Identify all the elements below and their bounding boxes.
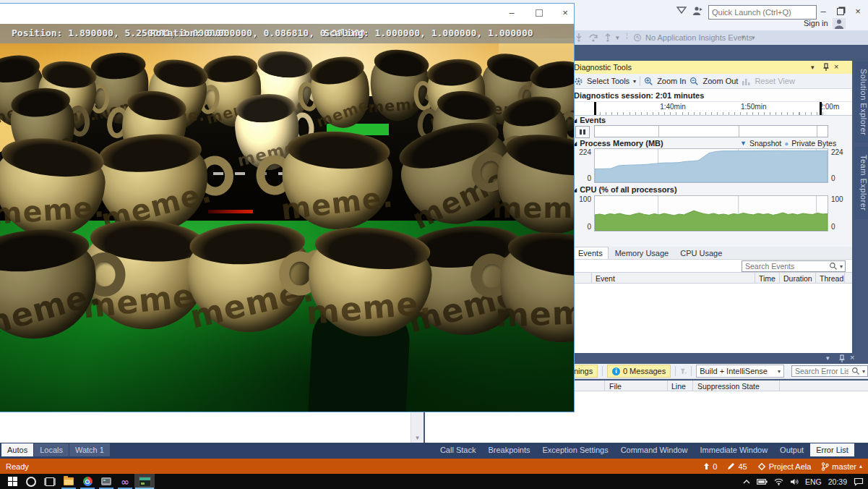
tab-exception-settings[interactable]: Exception Settings <box>537 443 614 456</box>
debug-overlay: Position: 1.890000, 5.250000, 0.000000 R… <box>0 24 574 43</box>
tab-breakpoints[interactable]: Breakpoints <box>482 443 536 456</box>
errorlist-scope-combo[interactable]: Build + IntelliSense▾ <box>696 365 784 378</box>
push-count[interactable]: 0 <box>703 462 717 471</box>
filter-disabled-icon[interactable] <box>680 367 687 376</box>
col-file[interactable]: File <box>609 382 622 391</box>
wifi-icon[interactable] <box>774 478 783 485</box>
close-icon[interactable]: × <box>850 353 854 362</box>
tray-language[interactable]: ENG <box>805 477 822 486</box>
col-time[interactable]: Time <box>759 274 775 283</box>
tray-expand-icon[interactable] <box>743 479 750 484</box>
zoom-out-button[interactable]: Zoom Out <box>702 77 738 85</box>
sign-in-link[interactable]: Sign in <box>804 19 828 27</box>
col-line[interactable]: Line <box>671 382 686 391</box>
start-button[interactable] <box>3 474 22 489</box>
quick-launch-box[interactable] <box>708 5 817 20</box>
tab-command-window[interactable]: Command Window <box>615 443 694 456</box>
tab-call-stack[interactable]: Call Stack <box>434 443 482 456</box>
game-window-taskbar-button[interactable] <box>134 474 155 489</box>
step-out-icon[interactable] <box>603 33 613 42</box>
cpu-section-header[interactable]: ◢ CPU (% of all processors) <box>570 184 852 195</box>
pin-icon[interactable] <box>822 63 830 72</box>
window-position-icon[interactable]: ▾ <box>826 354 830 362</box>
file-explorer-button[interactable] <box>59 474 78 489</box>
game-window: – × meme.meme.meme.meme.meme.meme.meme.m… <box>0 3 575 412</box>
tray-clock[interactable]: 20:39 <box>828 477 847 486</box>
chevron-down-icon[interactable]: ▾ <box>838 263 845 270</box>
col-suppression-state[interactable]: Suppression State <box>697 382 760 391</box>
col-event[interactable]: Event <box>596 274 615 283</box>
vs-restore-button[interactable] <box>833 5 848 18</box>
tab-error-list[interactable]: Error List <box>810 443 854 456</box>
memory-chart[interactable] <box>594 148 828 183</box>
chevron-down-icon[interactable]: ▾ <box>860 368 867 375</box>
tab-output[interactable]: Output <box>774 443 809 456</box>
share-user-icon[interactable] <box>692 6 703 16</box>
events-section-header[interactable]: ◢ Events <box>570 115 852 125</box>
action-center-icon[interactable] <box>854 477 864 486</box>
timeline-selection-marker[interactable] <box>594 102 596 115</box>
pause-button[interactable] <box>575 126 590 138</box>
avatar-icon[interactable] <box>833 18 846 29</box>
task-view-button[interactable] <box>40 474 59 489</box>
timeline-selection-marker[interactable] <box>820 102 822 115</box>
search-events-box[interactable]: ▾ <box>742 260 846 272</box>
tab-locals[interactable]: Locals <box>34 443 69 456</box>
tab-events[interactable]: Events <box>572 247 609 259</box>
cpu-ymax-label-right: 100 <box>831 195 843 203</box>
mug: meme. <box>280 135 394 232</box>
select-tools-button[interactable]: Select Tools <box>587 77 629 85</box>
mug: meme. <box>489 134 574 242</box>
sidebar-tab-team-explorer[interactable]: Team Explorer <box>854 147 868 219</box>
app-insights-label[interactable]: No Application Insights Events <box>645 33 752 42</box>
quick-launch-input[interactable] <box>709 8 817 17</box>
tab-cpu-usage[interactable]: CPU Usage <box>675 247 727 259</box>
zoom-out-icon <box>689 77 699 86</box>
step-over-icon[interactable] <box>589 33 598 42</box>
tab-autos[interactable]: Autos <box>1 443 33 456</box>
system-app-button[interactable] <box>97 474 116 489</box>
vs-close-button[interactable]: × <box>850 5 866 18</box>
timeline-ruler[interactable]: 1:40min1:50min2:00m <box>570 102 852 116</box>
battery-icon[interactable] <box>757 478 768 485</box>
messages-toggle[interactable]: i 0 Messages <box>607 365 671 378</box>
toolbar-overflow-icon[interactable]: ▾ <box>616 34 619 41</box>
diagnostic-tools-titlebar[interactable]: Diagnostic Tools ▾ × <box>570 61 852 74</box>
visual-studio-button[interactable]: ∞ <box>116 474 134 489</box>
reset-view-button[interactable]: Reset View <box>755 77 794 85</box>
app-insights-dropdown-icon[interactable]: ▾ <box>742 33 745 41</box>
game-window-titlebar[interactable]: – × <box>0 4 574 24</box>
tab-memory-usage[interactable]: Memory Usage <box>610 247 674 259</box>
sidebar-tab-solution-explorer[interactable]: Solution Explorer <box>854 61 868 143</box>
close-icon[interactable]: × <box>834 62 838 71</box>
game-close-button[interactable]: × <box>554 6 576 20</box>
toolbar-overflow-icon[interactable]: ▾ <box>752 34 755 41</box>
repository-selector[interactable]: Project Aela <box>757 462 812 471</box>
search-error-list-box[interactable]: ▾ <box>791 365 868 377</box>
pin-icon[interactable] <box>838 354 846 363</box>
search-error-list-input[interactable] <box>792 367 851 375</box>
branch-selector[interactable]: master ▴ <box>821 462 862 471</box>
pending-changes[interactable]: 45 <box>727 462 747 471</box>
search-events-input[interactable] <box>742 262 829 271</box>
tab-watch-1[interactable]: Watch 1 <box>69 443 110 456</box>
events-track[interactable] <box>594 125 828 137</box>
chrome-button[interactable] <box>78 474 97 489</box>
game-minimize-button[interactable]: – <box>501 6 523 20</box>
cortana-button[interactable] <box>22 474 40 489</box>
window-position-icon[interactable]: ▾ <box>811 64 815 71</box>
tab-immediate-window[interactable]: Immediate Window <box>695 443 774 456</box>
volume-icon[interactable] <box>790 478 799 485</box>
vs-minimize-button[interactable]: – <box>815 5 831 18</box>
step-into-icon[interactable] <box>575 33 584 42</box>
col-thread[interactable]: Thread <box>820 274 843 283</box>
status-ready: Ready <box>0 462 29 471</box>
scrollbar[interactable]: ▾ <box>411 409 424 443</box>
zoom-in-button[interactable]: Zoom In <box>657 77 686 85</box>
cpu-chart[interactable] <box>594 195 828 231</box>
game-viewport[interactable]: meme.meme.meme.meme.meme.meme.meme.meme.… <box>0 24 574 412</box>
game-maximize-button[interactable] <box>528 6 550 20</box>
col-duration[interactable]: Duration <box>783 274 812 283</box>
scroll-down-icon[interactable]: ▾ <box>411 434 424 441</box>
feedback-icon[interactable] <box>676 7 687 16</box>
